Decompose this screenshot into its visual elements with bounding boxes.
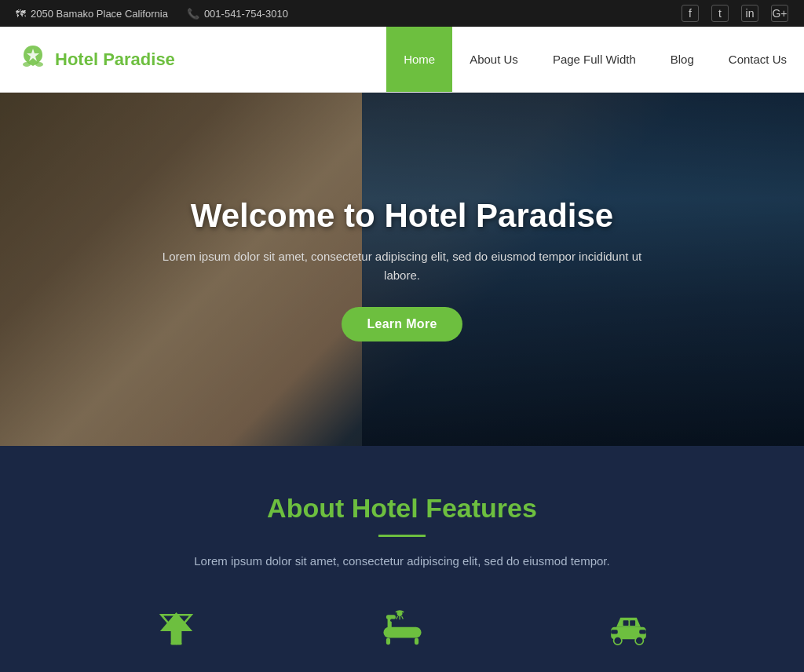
hero-cta-button[interactable]: Learn More [342,307,462,341]
hero-section: Welcome to Hotel Paradise Lorem ipsum do… [0,93,804,446]
svg-point-18 [635,637,643,645]
nav-about[interactable]: About Us [452,27,535,92]
svg-rect-19 [623,620,628,626]
feature-bath [381,607,424,650]
logo-paradise: Paradise [103,49,175,69]
twitter-link[interactable]: t [711,5,729,22]
phone-info: 📞 001-541-754-3010 [187,8,288,20]
svg-rect-8 [414,638,418,645]
phone-icon: 📞 [187,8,199,20]
nav-page-full-width[interactable]: Page Full Width [535,27,653,92]
linkedin-link[interactable]: in [741,5,758,22]
svg-line-15 [401,616,403,619]
top-bar: 🗺 2050 Bamako Place California 📞 001-541… [0,0,804,27]
feature-car [607,607,650,650]
logo[interactable]: Hotel Paradise [0,27,194,92]
top-bar-contact: 🗺 2050 Bamako Place California 📞 001-541… [16,8,288,20]
hero-content: Welcome to Hotel Paradise Lorem ipsum do… [127,197,677,341]
hero-title: Welcome to Hotel Paradise [143,197,661,235]
nav-home[interactable]: Home [386,27,452,92]
svg-rect-7 [386,638,389,645]
svg-point-1 [35,62,43,67]
svg-point-11 [390,619,393,621]
googleplus-link[interactable]: G+ [771,5,788,22]
svg-line-13 [396,616,397,619]
header: Hotel Paradise Home About Us Page Full W… [0,27,804,93]
features-title: About Hotel Features [31,493,773,524]
nav-contact[interactable]: Contact Us [711,27,804,92]
address-info: 🗺 2050 Bamako Place California [16,8,168,20]
address-text: 2050 Bamako Place California [31,8,168,20]
features-divider [378,535,426,537]
svg-rect-20 [630,620,635,626]
features-title-part2: Features [426,493,537,523]
svg-rect-6 [383,627,421,638]
svg-point-12 [397,611,402,616]
svg-rect-21 [611,630,618,634]
svg-point-0 [23,62,31,67]
phone-text: 001-541-754-3010 [204,8,288,20]
svg-rect-10 [386,615,395,619]
features-section: About Hotel Features Lorem ipsum dolor s… [0,446,804,672]
feature-cocktail [155,607,198,650]
svg-point-17 [613,637,621,645]
social-links: f t in G+ [682,5,788,22]
nav-blog[interactable]: Blog [653,27,711,92]
features-title-part1: About Hotel [267,493,426,523]
logo-icon [19,42,47,76]
features-icons-row [31,599,773,658]
logo-hotel: Hotel [55,49,103,69]
svg-rect-22 [639,630,646,634]
features-subtitle: Lorem ipsum dolor sit amet, consectetur … [166,554,638,568]
logo-text: Hotel Paradise [55,49,175,70]
hero-subtitle: Lorem ipsum dolor sit amet, consectetur … [143,247,661,285]
main-nav: Home About Us Page Full Width Blog Conta… [386,27,804,92]
facebook-link[interactable]: f [682,5,699,22]
address-icon: 🗺 [16,8,26,20]
